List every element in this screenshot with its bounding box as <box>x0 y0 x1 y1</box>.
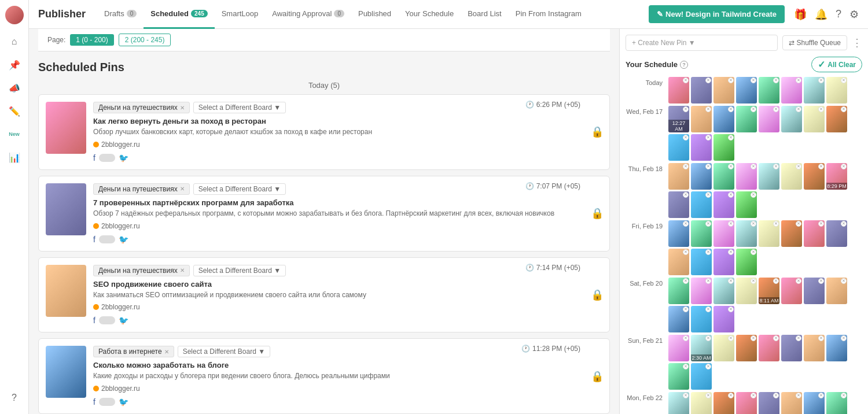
remove-scheduled-pin-button[interactable]: ✕ <box>705 164 711 169</box>
remove-scheduled-pin-button[interactable]: ✕ <box>751 192 756 198</box>
remove-scheduled-pin-button[interactable]: ✕ <box>841 77 847 83</box>
remove-scheduled-pin-button[interactable]: ✕ <box>818 278 824 284</box>
remove-scheduled-pin-button[interactable]: ✕ <box>728 192 734 198</box>
scheduled-pin-thumb[interactable]: ✕ <box>713 220 734 247</box>
tab-drafts[interactable]: Drafts 0 <box>97 0 144 29</box>
scheduled-pin-thumb[interactable]: ✕ <box>804 106 825 132</box>
scheduled-pin-thumb[interactable]: ✕ <box>826 106 847 132</box>
remove-scheduled-pin-button[interactable]: ✕ <box>773 164 779 169</box>
sidebar-announce-icon[interactable]: 📣 <box>4 77 25 98</box>
scheduled-pin-thumb[interactable]: ✕ <box>691 191 712 218</box>
all-clear-button[interactable]: ✓ All Clear <box>811 57 862 72</box>
remove-scheduled-pin-button[interactable]: ✕ <box>796 221 801 227</box>
twitter-icon[interactable]: 🐦 <box>119 153 128 162</box>
remove-scheduled-pin-button[interactable]: ✕ <box>705 393 711 398</box>
scheduled-pin-thumb[interactable]: ✕ <box>826 335 847 361</box>
scheduled-pin-thumb[interactable]: ✕ <box>668 191 689 218</box>
remove-scheduled-pin-button[interactable]: ✕ <box>728 106 734 112</box>
scheduled-pin-thumb[interactable]: ✕ <box>781 278 802 304</box>
remove-scheduled-pin-button[interactable]: ✕ <box>728 135 734 141</box>
scheduled-pin-thumb[interactable]: ✕ <box>826 278 847 304</box>
remove-scheduled-pin-button[interactable]: ✕ <box>705 335 711 341</box>
board-select[interactable]: Select a Different Board ▼ <box>193 265 286 276</box>
scheduled-pin-thumb[interactable]: ✕ <box>691 220 712 247</box>
scheduled-pin-thumb[interactable]: ✕ <box>759 220 779 247</box>
remove-scheduled-pin-button[interactable]: ✕ <box>751 249 756 255</box>
remove-scheduled-pin-button[interactable]: ✕ <box>818 335 824 341</box>
remove-scheduled-pin-button[interactable]: ✕ <box>796 393 801 398</box>
sidebar-home-icon[interactable]: ⌂ <box>4 31 25 52</box>
scheduled-pin-thumb[interactable]: ✕ <box>668 163 689 190</box>
remove-scheduled-pin-button[interactable]: ✕ <box>683 335 689 341</box>
facebook-toggle[interactable] <box>99 398 115 406</box>
remove-scheduled-pin-button[interactable]: ✕ <box>841 278 847 284</box>
scheduled-pin-thumb[interactable]: ✕ <box>691 278 712 304</box>
scheduled-pin-thumb[interactable]: ✕ <box>713 278 734 304</box>
scheduled-pin-thumb[interactable]: ✕ <box>804 278 825 304</box>
scheduled-pin-thumb[interactable]: ✕2:30 AM <box>691 335 712 361</box>
scheduled-pin-thumb[interactable]: ✕ <box>759 392 779 414</box>
scheduled-pin-thumb[interactable]: ✕ <box>736 191 757 218</box>
scheduled-pin-thumb[interactable]: ✕ <box>713 306 734 332</box>
scheduled-pin-thumb[interactable]: ✕ <box>736 335 757 361</box>
scheduled-pin-thumb[interactable]: ✕ <box>713 77 734 104</box>
scheduled-pin-thumb[interactable]: ✕ <box>691 163 712 190</box>
remove-scheduled-pin-button[interactable]: ✕ <box>683 221 689 227</box>
scheduled-pin-thumb[interactable]: ✕ <box>713 191 734 218</box>
page-2-button[interactable]: 2 (200 - 245) <box>119 34 171 46</box>
sidebar-edit-icon[interactable]: ✏️ <box>4 101 25 121</box>
remove-scheduled-pin-button[interactable]: ✕ <box>705 77 711 83</box>
remove-scheduled-pin-button[interactable]: ✕ <box>796 106 801 112</box>
facebook-icon[interactable]: f <box>93 316 95 325</box>
remove-board-icon[interactable]: ✕ <box>180 267 185 273</box>
scheduled-pin-thumb[interactable]: ✕ <box>781 77 802 104</box>
scheduled-pin-thumb[interactable]: ✕ <box>668 249 689 275</box>
scheduled-pin-thumb[interactable]: ✕ <box>759 335 779 361</box>
remove-scheduled-pin-button[interactable]: ✕ <box>683 393 689 398</box>
scheduled-pin-thumb[interactable]: ✕ <box>713 134 734 161</box>
settings-icon[interactable]: ⚙ <box>849 8 859 21</box>
facebook-toggle[interactable] <box>99 316 115 324</box>
scheduled-pin-thumb[interactable]: ✕ <box>759 163 779 190</box>
remove-scheduled-pin-button[interactable]: ✕ <box>683 164 689 169</box>
remove-scheduled-pin-button[interactable]: ✕ <box>705 221 711 227</box>
scheduled-pin-thumb[interactable]: ✕ <box>736 106 757 132</box>
remove-scheduled-pin-button[interactable]: ✕ <box>705 249 711 255</box>
scheduled-pin-thumb[interactable]: ✕ <box>691 77 712 104</box>
scheduled-pin-thumb[interactable]: ✕ <box>826 77 847 104</box>
scheduled-pin-thumb[interactable]: ✕ <box>736 77 757 104</box>
scheduled-pin-thumb[interactable]: ✕ <box>781 220 802 247</box>
scheduled-pin-thumb[interactable]: ✕ <box>668 134 689 161</box>
board-select[interactable]: Select a Different Board ▼ <box>193 183 286 195</box>
remove-scheduled-pin-button[interactable]: ✕ <box>796 164 801 169</box>
scheduled-pin-thumb[interactable]: ✕ <box>826 220 847 247</box>
remove-scheduled-pin-button[interactable]: ✕ <box>773 335 779 341</box>
remove-scheduled-pin-button[interactable]: ✕ <box>773 221 779 227</box>
scheduled-pin-thumb[interactable]: ✕ <box>668 335 689 361</box>
gift-icon[interactable]: 🎁 <box>794 8 807 21</box>
remove-scheduled-pin-button[interactable]: ✕ <box>728 393 734 398</box>
scheduled-pin-thumb[interactable]: ✕ <box>691 134 712 161</box>
remove-scheduled-pin-button[interactable]: ✕ <box>683 249 689 255</box>
scheduled-pin-thumb[interactable]: ✕ <box>668 278 689 304</box>
scheduled-pin-thumb[interactable]: ✕ <box>781 392 802 414</box>
scheduled-pin-thumb[interactable]: ✕ <box>691 392 712 414</box>
remove-scheduled-pin-button[interactable]: ✕ <box>751 221 756 227</box>
scheduled-pin-thumb[interactable]: ✕ <box>691 363 712 390</box>
remove-scheduled-pin-button[interactable]: ✕ <box>818 106 824 112</box>
bell-icon[interactable]: 🔔 <box>815 8 827 21</box>
facebook-toggle[interactable] <box>99 235 115 243</box>
remove-scheduled-pin-button[interactable]: ✕ <box>773 77 779 83</box>
remove-scheduled-pin-button[interactable]: ✕ <box>796 278 801 284</box>
remove-scheduled-pin-button[interactable]: ✕ <box>841 221 847 227</box>
twitter-icon[interactable]: 🐦 <box>119 316 128 325</box>
sidebar-help-icon[interactable]: ? <box>4 387 25 408</box>
create-new-pin-input[interactable]: + Create New Pin ▼ <box>626 35 778 51</box>
scheduled-pin-thumb[interactable]: ✕ <box>804 77 825 104</box>
scheduled-pin-thumb[interactable]: ✕ <box>691 106 712 132</box>
page-1-button[interactable]: 1 (0 - 200) <box>70 34 113 46</box>
scheduled-pin-thumb[interactable]: ✕ <box>826 392 847 414</box>
avatar[interactable] <box>5 6 24 24</box>
scheduled-pin-thumb[interactable]: ✕12:27 AM <box>668 106 689 132</box>
scheduled-pin-thumb[interactable]: ✕ <box>804 220 825 247</box>
